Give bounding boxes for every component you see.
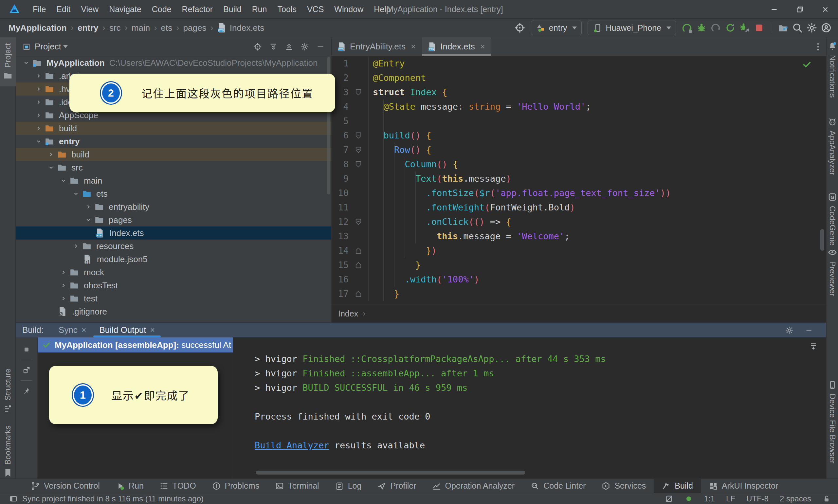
module-selector[interactable]: entry <box>531 21 582 35</box>
chevron-collapsed-icon[interactable] <box>33 112 44 119</box>
menu-code[interactable]: Code <box>147 0 177 19</box>
toolwindow-build[interactable]: Build <box>654 479 701 493</box>
menu-build[interactable]: Build <box>218 0 247 19</box>
fold-marker[interactable] <box>349 215 369 229</box>
close-tab-icon[interactable]: × <box>150 325 155 335</box>
tree-item-ets[interactable]: ets <box>16 187 331 200</box>
collapse-all-icon[interactable] <box>285 42 293 51</box>
locate-icon[interactable] <box>513 21 527 35</box>
code-line-8[interactable]: 8 Column() { <box>332 157 826 172</box>
code-line-7[interactable]: 7 Row() { <box>332 143 826 157</box>
breadcrumb-index-ets[interactable]: Index.ets <box>230 23 265 33</box>
menu-view[interactable]: View <box>76 0 104 19</box>
tree-item-resources[interactable]: resources <box>16 239 331 253</box>
minimize-button[interactable] <box>762 0 787 19</box>
rerun-button[interactable] <box>723 21 737 35</box>
tree-item-module-json5[interactable]: {;}module.json5 <box>16 253 331 266</box>
restore-button[interactable] <box>787 0 813 19</box>
chevron-collapsed-icon[interactable] <box>33 86 44 93</box>
editor-tab-index-ets[interactable]: ETSIndex.ets× <box>422 37 491 56</box>
build-console[interactable]: > hvigor Finished ::CrossplatformPackage… <box>233 338 826 479</box>
export-icon[interactable] <box>22 366 31 374</box>
chevron-collapsed-icon[interactable] <box>83 203 94 211</box>
tree-item-test[interactable]: test <box>16 292 331 305</box>
fold-marker[interactable] <box>349 157 369 172</box>
status-message[interactable]: Sync project finished in 8 s 116 ms (11 … <box>22 494 203 503</box>
code-line-13[interactable]: 13 this.message = 'Welcome'; <box>332 229 826 244</box>
run-button[interactable] <box>680 21 694 35</box>
close-tab-icon[interactable]: × <box>82 325 86 335</box>
stripe-bookmarks-tab[interactable]: Bookmarks <box>0 419 16 484</box>
toolwindow-run[interactable]: Run <box>108 479 151 493</box>
hide-panel-icon[interactable] <box>805 326 813 335</box>
profile-button[interactable] <box>819 21 834 35</box>
scroll-to-end-icon[interactable] <box>809 342 818 350</box>
build-analyzer-link[interactable]: Build Analyzer <box>255 440 329 450</box>
code-line-3[interactable]: 3struct Index { <box>332 85 826 100</box>
tree-item-ohostest[interactable]: ohosTest <box>16 279 331 292</box>
hide-icon[interactable] <box>316 42 325 51</box>
tree-item-gitignore[interactable]: .gitignore <box>16 305 331 318</box>
tree-item-index-ets[interactable]: ETSIndex.ets <box>16 227 331 239</box>
tree-item-entry[interactable]: entry <box>16 135 331 148</box>
tree-item-entryability[interactable]: entryability <box>16 200 331 213</box>
toolwindow-log[interactable]: Log <box>327 479 370 493</box>
chevron-expanded-icon[interactable] <box>83 216 94 223</box>
device-file-browser-button[interactable] <box>776 21 790 35</box>
toolwindow-problems[interactable]: Problems <box>204 479 267 493</box>
stripe-codegenie-tab[interactable]: GCodeGenie <box>827 192 837 246</box>
close-button[interactable] <box>813 0 838 19</box>
editor-breadcrumb-item[interactable]: Index <box>338 309 358 319</box>
code-line-10[interactable]: 10 .fontSize($r('app.float.page_text_fon… <box>332 186 826 200</box>
toolwindow-services[interactable]: Services <box>593 479 654 493</box>
editor-tab-entryability-ets[interactable]: ETSEntryAbility.ets× <box>332 37 422 56</box>
tree-item-main[interactable]: main <box>16 174 331 187</box>
stripe-appanalyzer-tab[interactable]: AppAnalyzer <box>827 117 837 175</box>
stripe-notifications-tab[interactable]: Notifications <box>827 41 837 98</box>
chevron-expanded-icon[interactable] <box>45 164 57 171</box>
code-line-16[interactable]: 16 .width('100%') <box>332 272 826 287</box>
code-line-9[interactable]: 9 Text(this.message) <box>332 172 826 186</box>
chevron-collapsed-icon[interactable] <box>70 242 82 250</box>
breadcrumb-myapplication[interactable]: MyApplication <box>8 23 67 33</box>
menu-navigate[interactable]: Navigate <box>104 0 147 19</box>
breadcrumb-main[interactable]: main <box>131 23 150 33</box>
menu-tools[interactable]: Tools <box>272 0 302 19</box>
code-line-11[interactable]: 11 .fontWeight(FontWeight.Bold) <box>332 200 826 215</box>
chevron-expanded-icon[interactable] <box>20 59 32 67</box>
chevron-collapsed-icon[interactable] <box>58 269 69 276</box>
menu-file[interactable]: File <box>28 0 51 19</box>
suspend-icon[interactable] <box>22 345 31 354</box>
chevron-collapsed-icon[interactable] <box>58 282 69 289</box>
device-selector[interactable]: Huawei_Phone <box>588 21 676 35</box>
settings-icon[interactable] <box>301 42 309 51</box>
fold-marker[interactable] <box>349 287 369 301</box>
stripe-previewer-tab[interactable]: Previewer <box>827 248 837 296</box>
more-options-icon[interactable] <box>813 42 823 52</box>
attach-debugger-button[interactable] <box>709 21 723 35</box>
chevron-expanded-icon[interactable] <box>58 177 69 184</box>
menu-refactor[interactable]: Refactor <box>177 0 218 19</box>
stripe-device-file-browser-tab[interactable]: Device File Browser <box>827 380 837 464</box>
caret-position[interactable]: 1:1 <box>704 494 715 503</box>
code-line-14[interactable]: 14 }) <box>332 244 826 258</box>
code-line-1[interactable]: 1@Entry <box>332 56 826 71</box>
select-opened-file-icon[interactable] <box>253 42 262 51</box>
toolwindow-todo[interactable]: TODO <box>151 479 204 493</box>
console-hscrollbar[interactable] <box>256 471 525 474</box>
close-tab-icon[interactable]: × <box>411 41 416 52</box>
reader-mode-off-icon[interactable] <box>665 494 673 503</box>
toolwindow-profiler[interactable]: Profiler <box>369 479 424 493</box>
chevron-expanded-icon[interactable] <box>33 138 44 145</box>
pin-icon[interactable] <box>22 386 31 395</box>
debug-attach-button[interactable] <box>737 21 752 35</box>
chevron-collapsed-icon[interactable] <box>33 72 44 79</box>
menu-edit[interactable]: Edit <box>51 0 76 19</box>
layout-icon[interactable] <box>9 494 18 503</box>
file-encoding[interactable]: UTF-8 <box>746 494 769 503</box>
menu-vcs[interactable]: VCS <box>302 0 329 19</box>
fold-marker[interactable] <box>349 244 369 258</box>
toolwindow-operation-analyzer[interactable]: Operation Analyzer <box>424 479 523 493</box>
toolwindow-arkui-inspector[interactable]: ArkUI Inspector <box>701 479 786 493</box>
stripe-structure-tab[interactable]: Structure <box>0 360 16 422</box>
